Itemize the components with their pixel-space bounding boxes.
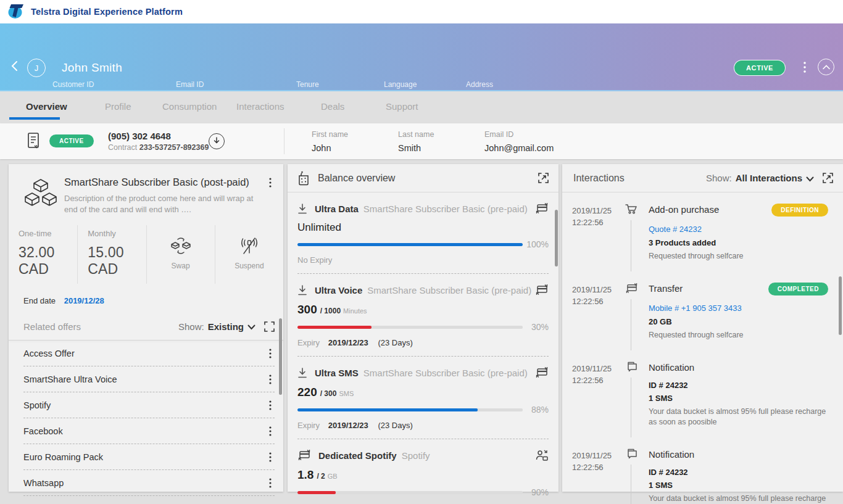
mobile-link[interactable]: Mobile # +1 905 357 3433: [649, 304, 742, 313]
balance-plan: SmartShare Subscriber Basic (pre-paid): [363, 204, 535, 214]
related-offers-header: Related offers Show: Existing: [23, 320, 275, 340]
notification-chat-icon: [625, 361, 649, 373]
progress-percent: 30%: [525, 322, 549, 332]
interaction-detail: 1 SMS: [649, 394, 837, 403]
collapse-header-icon[interactable]: [818, 59, 834, 75]
suspend-label: Suspend: [235, 262, 264, 270]
tab-consumption[interactable]: Consumption: [162, 101, 217, 112]
product-title-block: SmartShare Subscriber Basic (post-paid) …: [64, 176, 266, 215]
interactions-card: Interactions Show: All Interactions 2019…: [562, 164, 843, 492]
balance-used: 300: [297, 303, 317, 316]
related-offers-filter[interactable]: Show: Existing: [178, 320, 255, 333]
tab-support[interactable]: Support: [386, 101, 418, 112]
field-last-name: Last name Smith: [398, 130, 434, 153]
contract-status-badge: ACTIVE: [49, 134, 94, 147]
offer-row-access-offer[interactable]: Access Offer: [23, 341, 275, 366]
product-kebab-menu-icon[interactable]: [266, 176, 275, 189]
suspend-icon: [238, 237, 260, 258]
offer-row-whatsapp[interactable]: Whatsapp: [23, 470, 275, 496]
recharge-icon[interactable]: [535, 202, 549, 215]
interactions-filter[interactable]: Show: All Interactions: [706, 172, 814, 184]
balance-unit: Minutes: [343, 307, 367, 315]
offer-kebab-menu-icon[interactable]: [266, 425, 275, 437]
offer-kebab-menu-icon[interactable]: [266, 451, 275, 463]
interaction-date: 2019/11/25: [572, 284, 625, 295]
suspend-button[interactable]: Suspend: [215, 225, 283, 284]
balance-card-header: Balance overview: [288, 164, 559, 192]
progress-track: [297, 243, 523, 246]
customer-name: John Smith: [62, 61, 122, 75]
scrollbar[interactable]: [279, 318, 282, 395]
top-app-bar: Telstra Digital Experience Platform: [0, 0, 843, 23]
balance-plan: Spotify: [402, 450, 535, 461]
balance-card-title: Balance overview: [318, 173, 529, 184]
swap-button[interactable]: Swap: [146, 225, 215, 284]
offer-kebab-menu-icon[interactable]: [266, 373, 275, 386]
progress-fill: [297, 408, 478, 411]
avatar: J: [27, 59, 46, 77]
interaction-item-notification: 2019/11/25 12:22:56 Notification ID # 24…: [572, 361, 837, 437]
interaction-channel: Requested through selfcare: [649, 251, 834, 262]
tab-overview[interactable]: Overview: [26, 101, 67, 112]
related-offers-title: Related offers: [23, 321, 178, 332]
scrollbar[interactable]: [839, 276, 842, 335]
end-date-value[interactable]: 2019/12/28: [64, 296, 104, 305]
interactions-expand-icon[interactable]: [823, 173, 833, 183]
offer-kebab-menu-icon[interactable]: [266, 399, 275, 411]
balance-total: / 1000: [320, 307, 341, 315]
product-description: Description of the product come here and…: [64, 193, 255, 215]
balance-expand-icon[interactable]: [538, 173, 549, 183]
notification-message: Your data bucket is almost 95% full plea…: [649, 407, 834, 428]
scrollbar[interactable]: [555, 210, 558, 266]
product-title: SmartShare Subscriber Basic (post-paid): [64, 176, 266, 188]
back-icon[interactable]: [11, 60, 23, 74]
timeline-connector: [631, 299, 631, 350]
interaction-time: 12:22:56: [572, 295, 625, 307]
interaction-detail: 20 GB: [649, 317, 837, 326]
header-kebab-menu-icon[interactable]: [800, 60, 810, 74]
offer-row-facebook[interactable]: Facebook: [23, 418, 275, 444]
progress-percent: 90%: [525, 487, 549, 497]
offer-kebab-menu-icon[interactable]: [266, 347, 275, 360]
progress-fill: [297, 243, 523, 246]
interaction-channel: Requested through selfcare: [649, 330, 834, 341]
active-tab-underline: [9, 117, 60, 120]
offer-kebab-menu-icon[interactable]: [266, 477, 275, 489]
expiry-row: Expiry 2019/12/23 (23 Days): [297, 421, 549, 430]
related-offers-expand-icon[interactable]: [264, 321, 275, 332]
recharge-icon[interactable]: [535, 284, 549, 296]
timeline-connector: [631, 465, 631, 504]
interaction-title: Transfer: [649, 283, 768, 294]
progress-percent: 100%: [525, 239, 549, 249]
price-monthly: Monthly 15.00 CAD: [77, 225, 146, 284]
offer-row-smartshare-ultra-voice[interactable]: SmartShare Ultra Voice: [23, 366, 275, 392]
quote-link[interactable]: Quote # 24232: [649, 225, 702, 234]
transfer-to-person-icon[interactable]: [535, 449, 549, 461]
notification-id: ID # 24232: [649, 468, 837, 477]
balance-item-dedicated-spotify: Dedicated Spotify Spotify 1.8 / 2 GB 90%…: [297, 439, 549, 504]
interaction-time: 12:22:56: [572, 217, 625, 228]
offer-row-spotify[interactable]: Spotify: [23, 392, 275, 418]
transfer-icon: [625, 283, 649, 294]
product-boxes-icon: [23, 176, 64, 215]
tab-profile[interactable]: Profile: [105, 101, 131, 112]
download-icon: [297, 204, 307, 214]
tab-interactions[interactable]: Interactions: [236, 101, 284, 112]
progress-track: [297, 491, 523, 494]
recharge-icon[interactable]: [535, 366, 549, 379]
interaction-date: 2019/11/25: [572, 450, 625, 461]
download-icon: [297, 368, 307, 378]
end-date-row: End date 2019/12/28: [23, 296, 283, 305]
balance-item-ultra-voice: Ultra Voice SmartShare Subscriber Basic …: [297, 274, 549, 357]
balance-plan: SmartShare Subscriber Basic (pre-paid): [367, 285, 535, 295]
balance-used: 1.8: [297, 468, 314, 482]
telstra-logo-icon: [7, 2, 25, 22]
tab-deals[interactable]: Deals: [321, 101, 344, 112]
cart-icon: [625, 204, 649, 215]
interaction-time: 12:22:56: [572, 374, 625, 386]
offer-row-euro-roaming-pack[interactable]: Euro Roaming Pack: [23, 444, 275, 470]
balance-name: Ultra SMS: [315, 368, 359, 378]
price-one-time: One-time 32.00 CAD: [9, 225, 77, 284]
download-contract-icon[interactable]: [209, 133, 225, 149]
timeline-connector: [631, 378, 631, 437]
